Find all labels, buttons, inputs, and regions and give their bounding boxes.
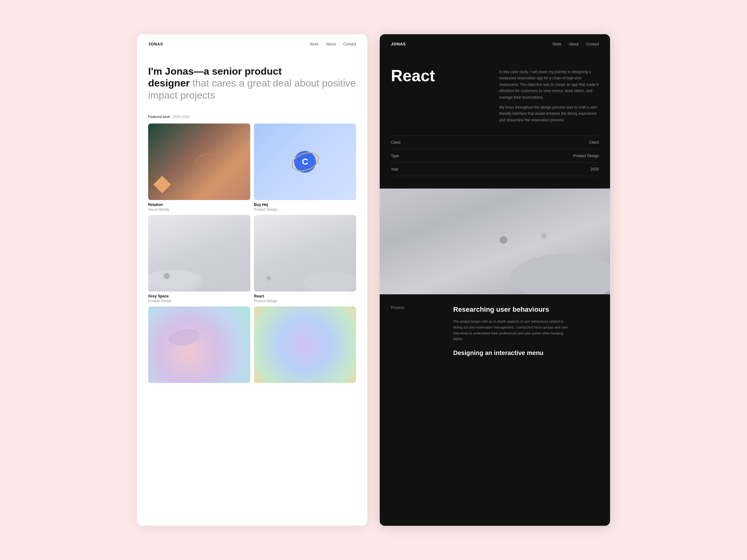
portfolio-item-type-relation: Visual Identity	[148, 208, 250, 211]
process-label-col: Process	[391, 305, 453, 356]
thumb-colorful2-bg	[254, 306, 356, 383]
portfolio-item-buyhej[interactable]: C Buy Hej Product Design	[254, 124, 356, 211]
right-nav-contact[interactable]: Contact	[586, 42, 599, 46]
meta-row-client: Client Client	[391, 136, 599, 149]
left-nav-links: Work About Contact	[310, 42, 356, 46]
portfolio-item-title-greyspace: Grey Space	[148, 294, 250, 298]
process-body: The project began with an in-depth analy…	[453, 319, 571, 342]
thumb-colorful1-bg	[148, 306, 250, 383]
right-bottom-section: Process Researching user behaviours The …	[380, 294, 610, 368]
right-nav-about[interactable]: About	[569, 42, 578, 46]
portfolio-thumb-relation	[148, 124, 250, 200]
process-content-col: Researching user behaviours The project …	[453, 305, 599, 356]
thumb-react-small-bg	[254, 215, 356, 292]
meta-label-year: Year	[391, 167, 398, 171]
left-nav-about[interactable]: About	[326, 42, 336, 46]
project-description-1: In this case study, I will share my jour…	[499, 69, 599, 101]
portfolio-item-title-react: React	[254, 294, 356, 298]
featured-label: Featured work 2018–2022	[137, 115, 367, 118]
portfolio-thumb-greyspace	[148, 215, 250, 292]
portfolio-item-relation[interactable]: Relation Visual Identity	[148, 124, 250, 211]
meta-label-type: Type	[391, 154, 399, 158]
left-panel: JONAS Work About Contact I'm Jonas—a sen…	[137, 34, 367, 526]
process-grid: Process Researching user behaviours The …	[391, 305, 599, 356]
process-subheading: Designing an interactive menu	[453, 349, 599, 356]
portfolio-item-react-small[interactable]: React Product Design	[254, 215, 356, 303]
meta-label-client: Client	[391, 140, 401, 145]
portfolio-thumb-react-small	[254, 215, 356, 292]
process-heading: Researching user behaviours	[453, 305, 599, 314]
portfolio-thumb-colorful2	[254, 306, 356, 383]
left-logo: JONAS	[148, 42, 163, 46]
right-image-section	[380, 189, 610, 294]
right-nav-links: Work About Contact	[553, 42, 599, 46]
portfolio-item-type-greyspace: Product Design	[148, 299, 250, 303]
thumb-relation-bg	[148, 124, 250, 200]
left-nav-contact[interactable]: Contact	[343, 42, 356, 46]
right-hero-section: React In this case study, I will share m…	[380, 54, 610, 189]
project-title: React	[391, 66, 492, 85]
thumb-greyspace-bg	[148, 215, 250, 292]
meta-row-year: Year 2020	[391, 163, 599, 176]
portfolio-grid: Relation Visual Identity C Buy Hej Produ…	[137, 124, 367, 385]
meta-row-type: Type Product Design	[391, 149, 599, 163]
portfolio-item-title-buyhej: Buy Hej	[254, 203, 356, 207]
portfolio-item-type-react: Product Design	[254, 299, 356, 303]
portfolio-item-type-buyhej: Product Design	[254, 208, 356, 211]
portfolio-item-greyspace[interactable]: Grey Space Product Design	[148, 215, 250, 303]
project-meta: Client Client Type Product Design Year 2…	[391, 136, 599, 176]
thumb-buyhej-bg: C	[254, 124, 356, 200]
portfolio-thumb-buyhej: C	[254, 124, 356, 200]
portfolio-item-colorful2[interactable]	[254, 306, 356, 385]
process-label: Process	[391, 305, 453, 310]
right-nav: JONAS Work About Contact	[380, 34, 610, 54]
project-description-2: My focus throughout the design process w…	[499, 104, 599, 123]
left-nav-work[interactable]: Work	[310, 42, 319, 46]
right-logo: JONAS	[391, 42, 406, 46]
meta-value-year: 2020	[590, 167, 599, 171]
meta-value-client: Client	[589, 140, 599, 145]
buyhej-logo: C	[294, 151, 316, 173]
portfolio-thumb-colorful1	[148, 306, 250, 383]
meta-value-type: Product Design	[573, 154, 599, 158]
right-nav-work[interactable]: Work	[553, 42, 562, 46]
portfolio-item-colorful1[interactable]	[148, 306, 250, 385]
portfolio-item-title-relation: Relation	[148, 203, 250, 207]
sphere-detail	[541, 233, 546, 239]
right-panel: JONAS Work About Contact React In this c…	[380, 34, 610, 526]
left-nav: JONAS Work About Contact	[137, 34, 367, 54]
hero-title: I'm Jonas—a senior product designer that…	[148, 65, 356, 101]
